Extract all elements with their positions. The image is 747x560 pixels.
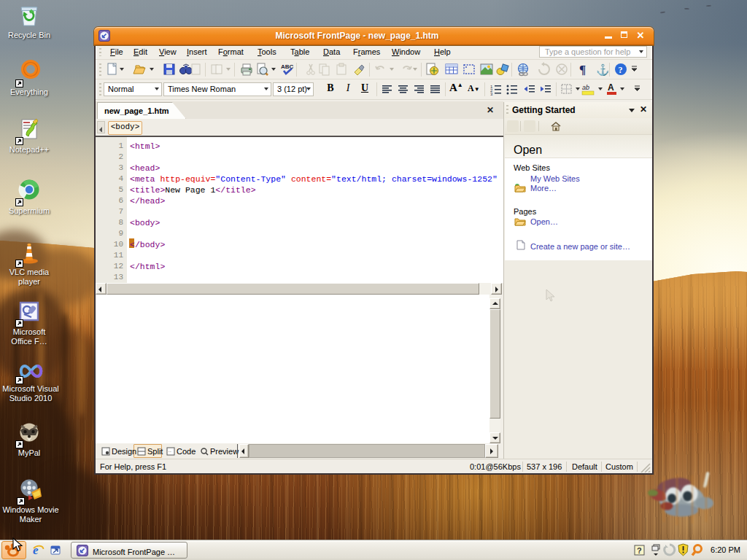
svg-text:··: ·· — [169, 449, 172, 454]
svg-text:?: ? — [619, 65, 623, 75]
svg-text:⚓: ⚓ — [596, 63, 608, 77]
svg-text:?: ? — [637, 546, 642, 555]
svg-text:ab: ab — [582, 84, 589, 91]
svg-text:A: A — [608, 82, 614, 93]
svg-text:3: 3 — [490, 92, 493, 96]
svg-text:¶: ¶ — [579, 63, 586, 77]
